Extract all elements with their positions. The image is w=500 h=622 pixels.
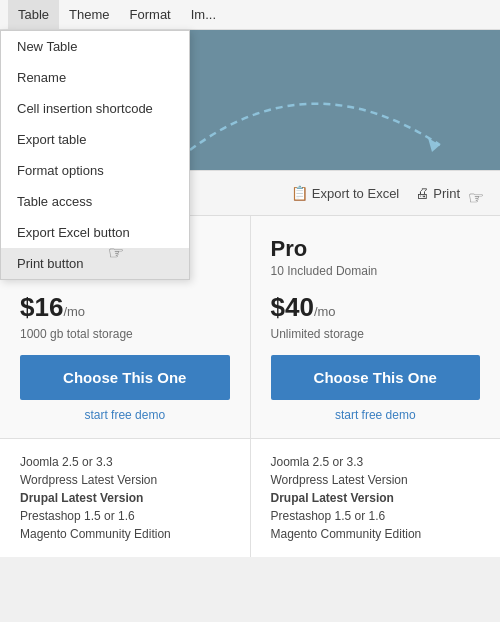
pro-plan-name: Pro	[271, 236, 481, 262]
plus-features-col: Joomla 2.5 or 3.3 Wordpress Latest Versi…	[0, 439, 251, 557]
pro-features-col: Joomla 2.5 or 3.3 Wordpress Latest Versi…	[251, 439, 501, 557]
menu-bar: Table Theme Format Im...	[0, 0, 500, 30]
menu-format[interactable]: Format	[120, 0, 181, 29]
pro-feature-0: Joomla 2.5 or 3.3	[271, 453, 481, 471]
plus-price: $16	[20, 292, 63, 322]
pro-feature-4: Magento Community Edition	[271, 525, 481, 543]
pro-feature-3: Prestashop 1.5 or 1.6	[271, 507, 481, 525]
pro-feature-2: Drupal Latest Version	[271, 489, 481, 507]
pricing-pro-column: Pro 10 Included Domain $40/mo Unlimited …	[251, 216, 501, 438]
menu-table[interactable]: Table	[8, 0, 59, 29]
dropdown-export-table[interactable]: Export table	[1, 124, 189, 155]
print-button[interactable]: 🖨 Print	[415, 185, 460, 201]
pro-price: $40	[271, 292, 314, 322]
pro-choose-button[interactable]: Choose This One	[271, 355, 481, 400]
plus-feature-2: Drupal Latest Version	[20, 489, 230, 507]
plus-storage: 1000 gb total storage	[20, 327, 230, 341]
menu-import[interactable]: Im...	[181, 0, 226, 29]
plus-demo-link[interactable]: start free demo	[20, 408, 230, 422]
print-cursor-icon: ☞	[468, 187, 484, 209]
pro-period: /mo	[314, 304, 336, 319]
plus-feature-4: Magento Community Edition	[20, 525, 230, 543]
plus-choose-button[interactable]: Choose This One	[20, 355, 230, 400]
plus-feature-1: Wordpress Latest Version	[20, 471, 230, 489]
pro-storage: Unlimited storage	[271, 327, 481, 341]
svg-marker-0	[428, 138, 440, 152]
pro-plan-domains: 10 Included Domain	[271, 264, 481, 278]
pro-feature-1: Wordpress Latest Version	[271, 471, 481, 489]
pro-demo-link[interactable]: start free demo	[271, 408, 481, 422]
menu-theme[interactable]: Theme	[59, 0, 119, 29]
dropdown-format-options[interactable]: Format options	[1, 155, 189, 186]
dropdown-new-table[interactable]: New Table	[1, 31, 189, 62]
dropdown-export-excel-button[interactable]: Export Excel button	[1, 217, 189, 248]
features-section: Joomla 2.5 or 3.3 Wordpress Latest Versi…	[0, 438, 500, 557]
pro-price-block: $40/mo	[271, 292, 481, 323]
plus-feature-3: Prestashop 1.5 or 1.6	[20, 507, 230, 525]
dropdown-print-button[interactable]: Print button	[1, 248, 189, 279]
table-dropdown-menu: New Table Rename Cell insertion shortcod…	[0, 30, 190, 280]
plus-period: /mo	[63, 304, 85, 319]
export-excel-button[interactable]: 📋 Export to Excel	[291, 185, 399, 201]
dropdown-rename[interactable]: Rename	[1, 62, 189, 93]
plus-feature-0: Joomla 2.5 or 3.3	[20, 453, 230, 471]
print-icon: 🖨	[415, 185, 429, 201]
plus-price-block: $16/mo	[20, 292, 230, 323]
export-icon: 📋	[291, 185, 308, 201]
dropdown-table-access[interactable]: Table access	[1, 186, 189, 217]
dropdown-cell-insertion[interactable]: Cell insertion shortcode	[1, 93, 189, 124]
